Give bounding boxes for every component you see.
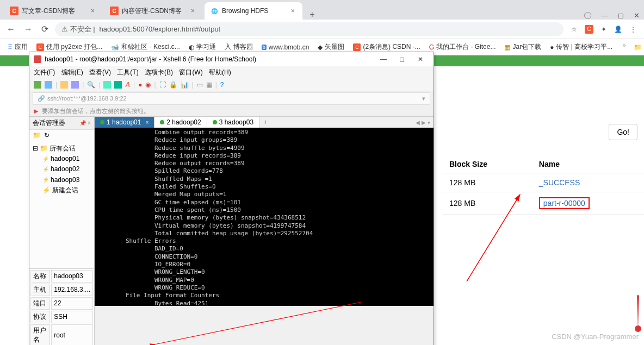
record-icon[interactable]: ● [138, 81, 142, 89]
tab-title: Browsing HDFS [222, 7, 268, 15]
new-tab-button[interactable]: + [305, 10, 320, 20]
hdfs-browser: Go! Block Size Name 128 MB _SUCCESS 128 … [443, 121, 644, 215]
tree-item[interactable]: ⚡hadoop03 [33, 175, 91, 185]
menu-tab[interactable]: 选项卡(B) [145, 68, 173, 76]
minimize-icon[interactable]: — [601, 11, 608, 20]
url-text: hadoop01:50070/explorer.html#/output [100, 25, 221, 33]
copy-icon[interactable] [60, 81, 68, 89]
pin-icon[interactable]: 📌 × [79, 120, 91, 126]
maximize-icon[interactable]: ◻ [393, 55, 411, 63]
bookmark-overflow[interactable]: » [622, 41, 626, 53]
new-session-icon[interactable] [34, 81, 41, 89]
other-bookmarks[interactable]: 📁其他书签 [630, 41, 644, 53]
menu-view[interactable]: 查看(V) [89, 68, 111, 76]
search-icon[interactable]: 🔍 [87, 81, 95, 89]
extensions-icon[interactable]: ✦ [601, 26, 606, 33]
forward-button[interactable]: → [22, 22, 35, 36]
svg-line-1 [154, 302, 361, 344]
apps-button[interactable]: ⠿应用 [4, 41, 31, 53]
term-tab-2[interactable]: 2 hadoop02 [154, 117, 207, 128]
ssh-address-bar[interactable]: 🔗 ssh://root:***@192.168.3.9:22 ▾ [33, 92, 430, 105]
term-tab-1[interactable]: 1 hadoop01× [95, 117, 154, 128]
tb-icon[interactable]: 📊 [181, 81, 189, 89]
bookmark-item[interactable]: 入博客园 [221, 41, 256, 53]
hint-bar: ▶ 要添加当前会话，点击左侧的箭头按钮。 [29, 106, 434, 116]
file-link-success[interactable]: _SUCCESS [539, 178, 580, 187]
lock-icon[interactable]: 🔒 [169, 81, 177, 89]
tb-icon[interactable]: 📁 [33, 131, 41, 139]
bookmark-item[interactable]: ▦Jar包下载 [501, 41, 544, 53]
tb-icon[interactable] [103, 81, 111, 89]
go-button[interactable]: Go! [609, 124, 637, 140]
minimize-icon[interactable]: — [375, 55, 392, 63]
csdn-favicon: C [110, 7, 119, 15]
tree-root[interactable]: ⊟📁所有会话 [33, 143, 91, 154]
insecure-label: ⚠ 不安全 | [61, 24, 95, 34]
bookmark-item[interactable]: 🐋和鲸社区 - Kesci.c... [108, 41, 183, 53]
back-button[interactable]: ← [4, 22, 17, 36]
tree-item-new[interactable]: ⚡新建会话 [33, 185, 91, 196]
add-tab-button[interactable]: + [259, 117, 272, 127]
window-title: hadoop01 - root@hadoop01:/export/jar - X… [45, 55, 256, 63]
open-icon[interactable] [45, 81, 52, 89]
file-link-part[interactable]: part-r-00000 [543, 199, 585, 208]
bookmark-item[interactable]: C(2条消息) CSDN -... [350, 41, 423, 53]
bookmark-item[interactable]: ◆矢量图 [314, 41, 348, 53]
close-icon[interactable]: ✕ [634, 11, 640, 20]
tb-icon[interactable] [114, 81, 122, 89]
close-icon[interactable]: × [189, 7, 197, 15]
browser-tab-active[interactable]: 🌐 Browsing HDFS × [205, 2, 302, 20]
menu-tools[interactable]: 工具(T) [117, 68, 138, 76]
bookmark-item[interactable]: C使用 py2exe 打包... [33, 41, 106, 53]
help-icon[interactable]: ? [220, 81, 224, 89]
tree-item[interactable]: ⚡hadoop02 [33, 164, 91, 174]
url-input[interactable]: ⚠ 不安全 | hadoop01:50070/explorer.html#/ou… [55, 22, 564, 36]
table-row: 128 MB part-r-00000 [443, 192, 644, 215]
menu-help[interactable]: 帮助(H) [209, 68, 231, 76]
menu-bar: 文件(F) 编辑(E) 查看(V) 工具(T) 选项卡(B) 窗口(W) 帮助(… [29, 66, 434, 79]
bookmark-item[interactable]: ◐学习通 [185, 41, 219, 53]
tab-nav[interactable]: ◀ ▶ ▾ [412, 120, 434, 126]
bookmark-item[interactable]: bwww.bmob.cn [258, 42, 313, 52]
stop-icon[interactable]: ◉ [145, 81, 151, 89]
terminal-area: 1 hadoop01× 2 hadoop02 3 hadoop03 + ◀ ▶ … [95, 117, 434, 345]
bookmark-item[interactable]: G我的工作台 - Gitee... [426, 41, 499, 53]
star-icon[interactable]: ☆ [571, 26, 577, 33]
menu-file[interactable]: 文件(F) [34, 68, 55, 76]
expand-icon[interactable]: ⛶ [159, 81, 166, 89]
grid-icon[interactable]: ▦ [206, 81, 212, 89]
layout-icon[interactable]: ▭ [197, 81, 203, 89]
flag-icon: ▶ [34, 108, 38, 114]
dropdown-icon[interactable]: ▾ [422, 95, 425, 102]
paste-icon[interactable] [71, 81, 79, 89]
bookmark-item[interactable]: ●传智 | 高校学习平... [547, 41, 616, 53]
thermometer-icon [635, 294, 641, 332]
watermark: CSDN @Yuan-Programmer [552, 333, 639, 341]
close-icon[interactable]: × [289, 7, 297, 15]
table-row: 128 MB _SUCCESS [443, 173, 644, 192]
profile-icon[interactable]: 👤 [614, 26, 622, 33]
menu-edit[interactable]: 编辑(E) [61, 68, 83, 76]
font-icon[interactable]: A [125, 81, 130, 89]
browser-tab-1[interactable]: C 写文章-CSDN博客 × [4, 2, 102, 20]
maximize-icon[interactable]: ◻ [618, 11, 624, 20]
tb-icon[interactable]: ↻ [44, 131, 49, 139]
hdfs-table: Block Size Name 128 MB _SUCCESS 128 MB p… [443, 155, 644, 215]
tab-title: 内容管理-CSDN博客 [122, 7, 182, 16]
ssh-url: ssh://root:***@192.168.3.9:22 [47, 95, 127, 102]
hint-text: 要添加当前会话，点击左侧的箭头按钮。 [42, 108, 150, 114]
tree-item[interactable]: ⚡hadoop01 [33, 154, 91, 164]
term-tab-3[interactable]: 3 hadoop03 [207, 117, 259, 128]
window-titlebar[interactable]: hadoop01 - root@hadoop01:/export/jar - X… [29, 52, 434, 66]
browser-tab-2[interactable]: C 内容管理-CSDN博客 × [104, 2, 202, 20]
csdn-ext-icon[interactable]: C [585, 25, 593, 34]
close-icon[interactable]: ✕ [412, 55, 429, 63]
menu-icon[interactable]: ⋮ [630, 26, 636, 33]
menu-window[interactable]: 窗口(W) [179, 68, 202, 76]
reload-button[interactable]: ⟳ [39, 22, 51, 36]
account-icon[interactable] [584, 12, 591, 19]
link-icon: 🔗 [38, 95, 45, 102]
close-icon[interactable]: × [89, 7, 97, 15]
col-blocksize: Block Size [443, 155, 532, 173]
terminal-output[interactable]: Combine output records=389 Reduce input … [95, 128, 434, 306]
